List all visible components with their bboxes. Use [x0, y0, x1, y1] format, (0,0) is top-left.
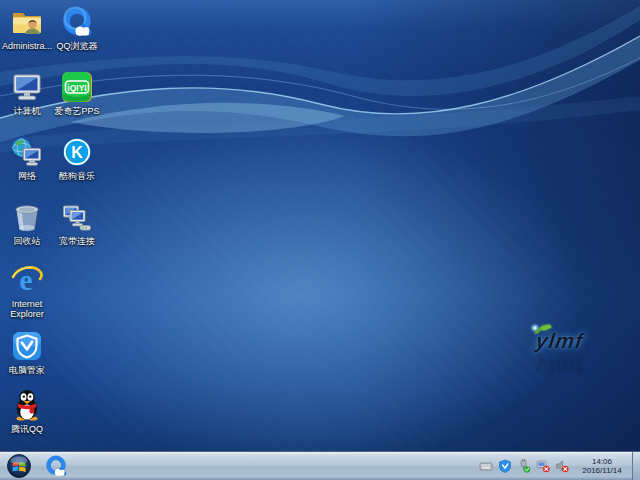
system-tray — [479, 459, 569, 473]
pc-manager-tray-shield-icon[interactable] — [498, 459, 512, 473]
taskbar: 14:06 2016/11/14 — [0, 451, 640, 480]
icon-label: 回收站 — [14, 236, 41, 246]
volume-muted-icon[interactable] — [555, 459, 569, 473]
icon-label: 电脑管家 — [9, 365, 45, 375]
input-method-keyboard-icon[interactable] — [479, 459, 493, 473]
icon-label: 酷狗音乐 — [59, 171, 95, 181]
desktop-icon-tencent-qq[interactable]: 腾讯QQ — [1, 388, 53, 434]
desktop-icon-qq-browser[interactable]: QQ浏览器 — [51, 5, 103, 51]
qq-browser-icon — [44, 454, 68, 478]
broadband-icon — [60, 200, 94, 234]
icon-label: 腾讯QQ — [11, 424, 43, 434]
desktop-icon-pc-manager[interactable]: 电脑管家 — [1, 329, 53, 375]
taskbar-qq-browser-button[interactable] — [43, 453, 69, 479]
desktop-icon-administrator[interactable]: Administra... — [1, 5, 53, 51]
desktop-icon-internet-explorer[interactable]: e Internet Explorer — [1, 263, 53, 319]
clock-date: 2016/11/14 — [576, 466, 628, 475]
desktop-icon-computer[interactable]: 计算机 — [1, 70, 53, 116]
network-disconnected-icon[interactable] — [536, 459, 550, 473]
icon-label: 爱奇艺PPS — [54, 106, 99, 116]
computer-icon — [10, 70, 44, 104]
pc-manager-icon — [10, 329, 44, 363]
icon-label: 网络 — [18, 171, 36, 181]
clock-time: 14:06 — [576, 457, 628, 466]
icon-label: 计算机 — [14, 106, 41, 116]
taskbar-clock[interactable]: 14:06 2016/11/14 — [576, 457, 628, 475]
icon-label: QQ浏览器 — [56, 41, 97, 51]
icon-label: Administra... — [2, 41, 52, 51]
qq-browser-icon — [60, 5, 94, 39]
ie-icon: e — [10, 263, 44, 297]
show-desktop-button[interactable] — [632, 452, 640, 480]
start-button[interactable] — [7, 454, 31, 478]
user-folder-icon — [10, 5, 44, 39]
windows-logo-icon — [7, 454, 31, 478]
desktop-icon-iqiyi[interactable]: iQIYI 爱奇艺PPS — [51, 70, 103, 116]
recycle-bin-icon — [10, 200, 44, 234]
svg-text:K: K — [71, 144, 83, 161]
icon-label: 宽带连接 — [59, 236, 95, 246]
desktop-icon-kugou[interactable]: K 酷狗音乐 — [51, 135, 103, 181]
kugou-icon: K — [60, 135, 94, 169]
safely-remove-hardware-icon[interactable] — [517, 459, 531, 473]
icon-label: Internet Explorer — [1, 299, 53, 319]
desktop-icon-broadband[interactable]: 宽带连接 — [51, 200, 103, 246]
desktop-icon-recycle-bin[interactable]: 回收站 — [1, 200, 53, 246]
iqiyi-icon: iQIYI — [60, 70, 94, 104]
svg-text:iQIYI: iQIYI — [67, 83, 86, 93]
qq-penguin-icon — [10, 388, 44, 422]
network-icon — [10, 135, 44, 169]
desktop-icon-network[interactable]: 网络 — [1, 135, 53, 181]
